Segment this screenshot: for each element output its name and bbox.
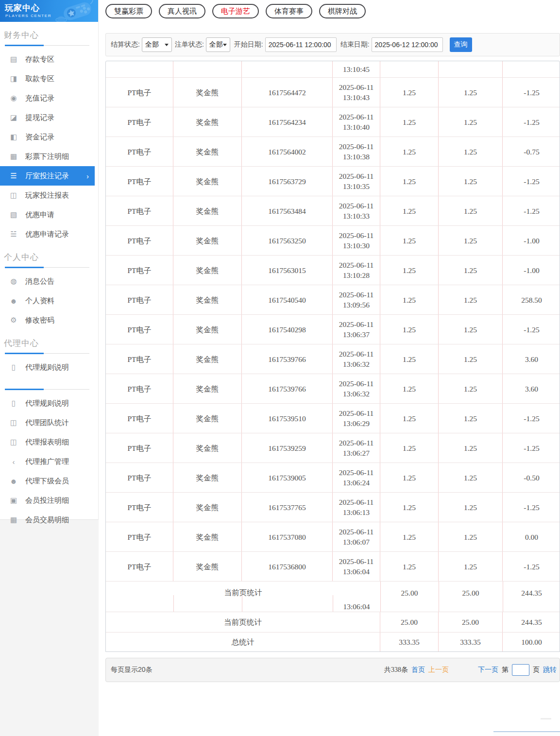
first-page-link[interactable]: 首页 <box>411 666 425 674</box>
query-button[interactable]: 查询 <box>450 37 472 52</box>
section-divider <box>5 267 89 268</box>
sidebar-item-withdrawal-record[interactable]: ◪ 提现记录 <box>0 108 95 127</box>
page-summary-valid: 25.00 <box>439 612 503 632</box>
cell-hall: PT电子 <box>106 433 173 462</box>
cell-hall: PT电子 <box>106 493 173 522</box>
pager: 共338条 首页 上一页 下一页 第 页 跳转 <box>384 664 557 676</box>
cell-valid-bet: 1.25 <box>439 463 503 492</box>
cell-profit: -0.75 <box>503 137 560 166</box>
page-summary-bet: 25.00 <box>380 588 439 598</box>
tab-label: 电子游艺 <box>221 7 250 16</box>
tab-label: 雙赢彩票 <box>114 7 143 16</box>
sidebar-item-lottery-bet-detail[interactable]: ▦ 彩票下注明细 <box>0 147 95 166</box>
cell-game: 奖金熊 <box>173 433 242 462</box>
sidebar-item-label: 修改密码 <box>25 316 54 325</box>
sidebar-item-funds-record[interactable]: ◧ 资金记录 <box>0 127 95 147</box>
game-category-tab[interactable]: 雙赢彩票 <box>105 4 152 18</box>
deposit-card-icon: ▤ <box>9 55 18 64</box>
game-category-tab[interactable]: 棋牌对战 <box>319 4 366 18</box>
section-divider <box>5 45 89 46</box>
sidebar-item-withdraw-hand[interactable]: ◨ 取款专区 <box>0 69 95 88</box>
total-records-label: 共338条 <box>384 666 408 674</box>
game-category-tab[interactable]: 电子游艺 <box>212 4 259 18</box>
cell-bet-amount: 1.25 <box>380 285 439 314</box>
sidebar-item-label: 代理报表明细 <box>25 438 69 447</box>
sidebar-item-promo-apply[interactable]: ▧ 优惠申请 <box>0 205 95 224</box>
cell-bet-amount: 1.25 <box>380 107 439 137</box>
table-row: PT电子 奖金熊 1617564002 2025-06-11 13:10:38 … <box>106 137 560 166</box>
cell-profit: -1.25 <box>503 493 560 522</box>
start-date-input[interactable] <box>265 37 337 52</box>
sidebar-item-gear[interactable]: ⚙ 修改密码 <box>0 310 95 330</box>
table-row: PT电子 奖金熊 1617540540 2025-06-11 13:09:56 … <box>106 285 560 314</box>
sidebar-item-user[interactable]: ☻ 个人资料 <box>0 291 95 310</box>
cell-datetime: 2025-06-11 13:06:07 <box>333 522 380 551</box>
sidebar-item-member-bet-detail[interactable]: ▣ 会员投注明细 <box>0 491 95 510</box>
sidebar-item-player-bet-report[interactable]: ◫ 玩家投注报表 <box>0 186 95 205</box>
column-border <box>439 582 439 612</box>
table-row: PT电子 奖金熊 1617540298 2025-06-11 13:06:37 … <box>106 314 560 344</box>
app-title: 玩家中心 <box>5 2 40 14</box>
cell-valid-bet: 1.25 <box>439 285 503 314</box>
cell-valid-bet: 1.25 <box>439 522 503 551</box>
cell-game: 奖金熊 <box>173 404 242 433</box>
sidebar-item-label: 代理下级会员 <box>25 477 69 486</box>
sidebar-item-team-stats[interactable]: ◫ 代理团队统计 <box>0 413 95 432</box>
next-page-link[interactable]: 下一页 <box>478 666 498 674</box>
sidebar-item-bell[interactable]: ◍ 消息公告 <box>0 272 95 291</box>
cell-order-no: 1617564472 <box>242 78 333 107</box>
sidebar-section: 代理中心 ▯ 代理规则说明 <box>0 330 98 377</box>
prev-page-link[interactable]: 上一页 <box>428 666 449 674</box>
cell-time: 13:10:30 <box>343 240 370 251</box>
sidebar-section-header: 个人中心 <box>0 244 98 268</box>
promo-apply-icon: ▧ <box>9 210 18 219</box>
cell-time: 13:06:27 <box>343 448 370 458</box>
sidebar-item-doc[interactable]: ▯ 代理规则说明 <box>0 394 95 413</box>
cell-datetime: 2025-06-11 13:10:33 <box>333 196 380 225</box>
sidebar-item-label: 玩家投注报表 <box>25 191 69 200</box>
cell-valid-bet: 1.25 <box>439 493 503 522</box>
cell-valid-bet: 1.25 <box>439 552 503 581</box>
sidebar-item-doc[interactable]: ▯ 代理规则说明 <box>0 358 95 377</box>
sidebar-item-label: 代理规则说明 <box>25 363 69 372</box>
sidebar-item-promo-apply-record[interactable]: ☱ 优惠申请记录 <box>0 224 95 244</box>
cell-profit: 3.60 <box>503 344 560 374</box>
cell-profit: 0.00 <box>503 522 560 551</box>
end-date-input[interactable] <box>372 37 443 52</box>
order-status-select[interactable]: 全部 <box>206 37 230 52</box>
user-icon: ☻ <box>9 297 18 305</box>
sidebar-item-member-trade-detail[interactable]: ▦ 会员交易明细 <box>0 510 95 530</box>
sidebar-item-recharge-record[interactable]: ◉ 充值记录 <box>0 88 95 108</box>
cell-game: 奖金熊 <box>173 167 242 196</box>
jump-page-input[interactable] <box>512 664 529 676</box>
withdrawal-record-icon: ◪ <box>9 113 18 122</box>
cell-date: 2025-06-11 <box>339 230 374 240</box>
sidebar-item-members[interactable]: ☻ 代理下级会员 <box>0 471 95 491</box>
settle-status-select[interactable]: 全部 <box>142 37 172 52</box>
cell-bet-amount: 1.25 <box>380 344 439 374</box>
cell-profit: -1.25 <box>503 404 560 433</box>
sidebar-item-deposit-card[interactable]: ▤ 存款专区 <box>0 50 95 69</box>
funds-record-icon: ◧ <box>9 133 18 141</box>
settle-status-value: 全部 <box>145 40 159 49</box>
cell-bet-amount: 1.25 <box>380 404 439 433</box>
cell-hall: PT电子 <box>106 522 173 551</box>
sidebar-item-label: 资金记录 <box>25 133 54 142</box>
game-category-tab[interactable]: 真人视讯 <box>159 4 205 18</box>
doc-icon: ▯ <box>9 363 18 372</box>
cell-game: 奖金熊 <box>173 463 242 492</box>
sidebar-section-header: 财务中心 <box>0 22 98 46</box>
game-category-tab[interactable]: 体育赛事 <box>266 4 312 18</box>
cell-datetime: 2025-06-11 13:06:27 <box>333 433 380 462</box>
jump-button[interactable]: 跳转 <box>543 666 557 674</box>
cell-hall: PT电子 <box>106 167 173 196</box>
cell-date: 2025-06-11 <box>339 82 374 92</box>
tabs-mount: 雙赢彩票 真人视讯 电子游艺 体育赛事 棋牌对战 <box>105 4 560 18</box>
sidebar-sections: 财务中心 ▤ 存款专区 ◨ 取款专区 ◉ 充值记录 ◪ 提现记录 ◧ 资金记录 … <box>0 22 98 530</box>
sidebar-item-label: 存款专区 <box>25 55 54 64</box>
page-summary-row: 当前页统计 25.00 25.00 244.35 <box>106 612 560 632</box>
cell-profit: 3.60 <box>503 374 560 403</box>
sidebar-item-hall-bet-record[interactable]: ☰ 厅室投注记录 › <box>0 166 95 186</box>
sidebar-item-share[interactable]: ‹ 代理推广管理 <box>0 452 95 471</box>
sidebar-item-report-detail[interactable]: ◫ 代理报表明细 <box>0 432 95 452</box>
